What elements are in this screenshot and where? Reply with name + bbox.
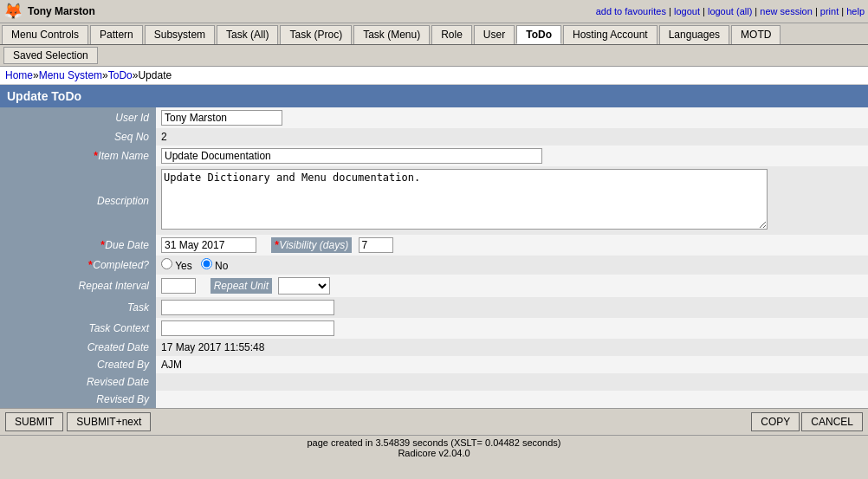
description-value: Update Dictionary and Menu documentation… (156, 166, 868, 235)
row-created-by: Created By AJM (0, 356, 868, 373)
task-input[interactable] (161, 300, 334, 315)
row-due-date: *Due Date *Visibility (days) (0, 235, 868, 256)
logout-link[interactable]: logout (674, 6, 700, 16)
logout-all-link[interactable]: logout (all) (708, 6, 752, 16)
created-date-value: 17 May 2017 11:55:48 (156, 339, 868, 356)
completed-no-radio[interactable] (201, 258, 212, 269)
row-item-name: *Item Name (0, 146, 868, 166)
section-header: Update ToDo (0, 85, 868, 107)
task-context-label: Task Context (0, 318, 156, 339)
due-date-input[interactable] (161, 237, 256, 253)
main-content: Update ToDo User Id Seq No 2 *Item Name … (0, 85, 868, 408)
footer-buttons: SUBMIT SUBMIT+next COPY CANCEL (0, 408, 868, 435)
status-bar: page created in 3.54839 seconds (XSLT= 0… (0, 435, 868, 460)
tab-todo[interactable]: ToDo (516, 25, 561, 44)
tab-task-all[interactable]: Task (All) (217, 25, 278, 44)
description-label: Description (0, 166, 156, 235)
submit-next-button[interactable]: SUBMIT+next (67, 412, 151, 431)
visibility-days-label: *Visibility (days) (271, 237, 352, 253)
nav-tabs: Menu Controls Pattern Subsystem Task (Al… (0, 23, 868, 45)
saved-selection-tab[interactable]: Saved Selection (3, 47, 98, 64)
visibility-days-input[interactable] (359, 237, 393, 253)
add-to-favourites-link[interactable]: add to favourites (596, 6, 666, 16)
item-name-label: *Item Name (0, 146, 156, 166)
revised-date-label: Revised Date (0, 373, 156, 391)
cancel-button[interactable]: CANCEL (801, 412, 863, 431)
top-bar: 🦊 Tony Marston add to favourites | logou… (0, 0, 868, 23)
repeat-interval-label: Repeat Interval (0, 275, 156, 297)
tab-menu-controls[interactable]: Menu Controls (2, 25, 88, 44)
row-task-context: Task Context (0, 318, 868, 339)
revised-by-label: Revised By (0, 391, 156, 408)
tab-task-proc[interactable]: Task (Proc) (280, 25, 352, 44)
top-bar-left: 🦊 Tony Marston (3, 2, 95, 21)
row-description: Description Update Dictionary and Menu d… (0, 166, 868, 235)
row-revised-date: Revised Date (0, 373, 868, 391)
task-context-value (156, 318, 868, 339)
saved-selection-bar: Saved Selection (0, 45, 868, 67)
tab-user[interactable]: User (474, 25, 515, 44)
breadcrumb-menu-system[interactable]: Menu System (39, 69, 102, 81)
due-date-label: *Due Date (0, 235, 156, 256)
user-id-label: User Id (0, 107, 156, 128)
username: Tony Marston (28, 5, 95, 17)
completed-yes-radio[interactable] (161, 258, 172, 269)
print-link[interactable]: print (820, 6, 839, 16)
item-name-input[interactable] (161, 148, 542, 164)
breadcrumb-home[interactable]: Home (5, 69, 33, 81)
avatar: 🦊 (3, 2, 23, 21)
description-textarea[interactable]: Update Dictionary and Menu documentation… (161, 169, 768, 230)
breadcrumb-todo[interactable]: ToDo (108, 69, 133, 81)
tab-languages[interactable]: Languages (659, 25, 729, 44)
completed-no-label: No (215, 260, 228, 272)
task-label: Task (0, 297, 156, 318)
top-bar-links: add to favourites | logout | logout (all… (596, 6, 865, 16)
row-revised-by: Revised By (0, 391, 868, 408)
created-by-label: Created By (0, 356, 156, 373)
seq-no-value: 2 (156, 128, 868, 146)
repeat-unit-label: Repeat Unit (211, 278, 272, 294)
repeat-interval-input[interactable] (161, 278, 196, 294)
footer-buttons-left: SUBMIT SUBMIT+next (5, 412, 151, 431)
row-seq-no: Seq No 2 (0, 128, 868, 146)
completed-yes-label: Yes (175, 260, 192, 272)
seq-no-label: Seq No (0, 128, 156, 146)
row-task: Task (0, 297, 868, 318)
created-by-value: AJM (156, 356, 868, 373)
row-created-date: Created Date 17 May 2017 11:55:48 (0, 339, 868, 356)
status-line2: Radicore v2.04.0 (2, 448, 866, 458)
due-date-value: *Visibility (days) (156, 235, 868, 256)
form-table: User Id Seq No 2 *Item Name Description … (0, 107, 868, 408)
submit-button[interactable]: SUBMIT (5, 412, 63, 431)
revised-by-value (156, 391, 868, 408)
tab-subsystem[interactable]: Subsystem (145, 25, 215, 44)
tab-motd[interactable]: MOTD (731, 25, 781, 44)
status-line1: page created in 3.54839 seconds (XSLT= 0… (2, 437, 866, 448)
user-id-value (156, 107, 868, 128)
task-value (156, 297, 868, 318)
breadcrumb: Home»Menu System»ToDo»Update (0, 67, 868, 85)
task-context-input[interactable] (161, 320, 334, 336)
tab-role[interactable]: Role (431, 25, 472, 44)
tab-task-menu[interactable]: Task (Menu) (353, 25, 430, 44)
row-repeat: Repeat Interval Repeat Unit Days Weeks M… (0, 275, 868, 297)
footer-buttons-right: COPY CANCEL (751, 412, 863, 431)
completed-label: *Completed? (0, 256, 156, 275)
repeat-interval-value: Repeat Unit Days Weeks Months (156, 275, 868, 297)
repeat-unit-select[interactable]: Days Weeks Months (278, 277, 330, 295)
item-name-value (156, 146, 868, 166)
created-date-label: Created Date (0, 339, 156, 356)
copy-button[interactable]: COPY (751, 412, 800, 431)
help-link[interactable]: help (846, 6, 865, 16)
row-completed: *Completed? Yes No (0, 256, 868, 275)
completed-value: Yes No (156, 256, 868, 275)
seq-no-text: 2 (161, 131, 167, 143)
new-session-link[interactable]: new session (760, 6, 813, 16)
tab-pattern[interactable]: Pattern (90, 25, 143, 44)
revised-date-value (156, 373, 868, 391)
user-id-input[interactable] (161, 110, 282, 126)
breadcrumb-current: Update (138, 69, 172, 81)
row-user-id: User Id (0, 107, 868, 128)
tab-hosting-account[interactable]: Hosting Account (563, 25, 657, 44)
